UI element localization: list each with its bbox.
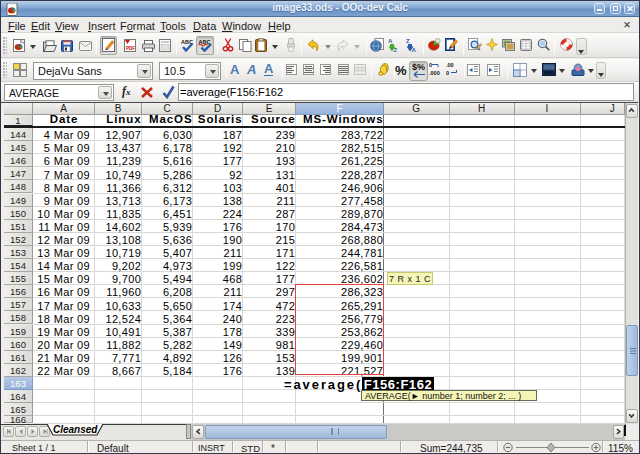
svg-text:A: A [388,38,393,44]
svg-text:$%: $% [412,62,425,72]
svg-text:Cleansed: Cleansed [53,424,98,435]
svg-text:.000: .000 [429,70,440,76]
svg-text:PDF: PDF [126,46,135,51]
svg-text:.00: .00 [446,62,454,68]
svg-text:0: 0 [446,70,449,76]
svg-text:Z: Z [406,38,410,44]
svg-text:ABC: ABC [199,39,211,45]
svg-text:0: 0 [429,62,432,68]
